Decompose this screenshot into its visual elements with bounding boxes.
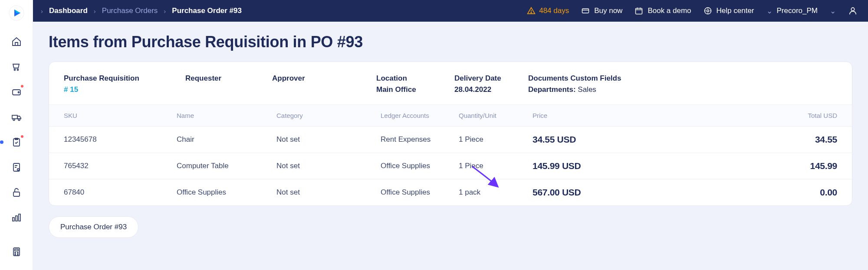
table-row: 12345678 Chair Not set Rent Expenses 1 P…: [49, 126, 852, 153]
cell-name: Office Supplies: [177, 188, 276, 197]
receipt-icon: [11, 162, 22, 172]
wallet-icon: [11, 87, 22, 97]
cell-ledger: Office Supplies: [381, 188, 459, 197]
cell-ledger: Office Supplies: [381, 162, 459, 170]
app-logo[interactable]: [8, 4, 25, 22]
summary-requester: Requester: [185, 74, 272, 94]
calendar-icon: [635, 7, 643, 15]
summary-label: Location: [376, 74, 454, 83]
cell-total: 145.99: [772, 161, 837, 171]
nav-cart[interactable]: [8, 58, 25, 75]
breadcrumb-purchase-orders[interactable]: Purchase Orders: [102, 7, 158, 15]
chevron-down-icon: ⌄: [766, 7, 773, 16]
nav-budgets[interactable]: [8, 184, 25, 201]
cart-icon: [11, 62, 22, 72]
trial-days-text: 484 days: [539, 7, 569, 15]
chevron-right-icon: ›: [94, 7, 96, 15]
nav-calculator[interactable]: [8, 243, 25, 260]
cell-name: Computer Table: [177, 162, 276, 170]
nav-receipts[interactable]: [8, 159, 25, 176]
nav-reports[interactable]: [8, 209, 25, 226]
summary-value: Departments: Sales: [528, 85, 837, 94]
lock-open-icon: [11, 187, 22, 198]
user-avatar-icon[interactable]: [848, 6, 858, 16]
svg-point-6: [13, 119, 15, 120]
svg-point-21: [531, 12, 532, 13]
chevron-down-icon[interactable]: ⌄: [830, 7, 836, 16]
table-row: 67840 Office Supplies Not set Office Sup…: [49, 179, 852, 205]
summary-label: Approver: [272, 74, 376, 83]
svg-rect-11: [13, 192, 20, 196]
th-name: Name: [177, 112, 276, 119]
nav-home[interactable]: [8, 33, 25, 50]
summary-label: Requester: [185, 74, 272, 83]
svg-rect-14: [19, 214, 20, 221]
summary-delivery-date: Delivery Date 28.04.2022: [454, 74, 528, 94]
breadcrumb-dashboard[interactable]: Dashboard: [49, 7, 88, 15]
svg-point-10: [17, 169, 19, 170]
page-content: Items from Purchase Requisition in PO #9…: [33, 22, 868, 238]
custom-field-key: Departments:: [528, 85, 576, 94]
nav-orders[interactable]: [8, 133, 25, 151]
help-center-button[interactable]: Help center: [704, 7, 754, 15]
summary-label: Documents Custom Fields: [528, 74, 837, 83]
svg-rect-13: [16, 216, 17, 221]
chevron-right-icon: ›: [164, 7, 166, 15]
th-sku: SKU: [64, 112, 177, 119]
po-chip-link[interactable]: Purchase Order #93: [49, 216, 138, 238]
cell-category: Not set: [276, 162, 381, 170]
svg-point-4: [18, 92, 19, 93]
svg-rect-5: [12, 115, 17, 119]
company-name: Precoro_PM: [777, 7, 818, 15]
cell-price: 567.00 USD: [533, 187, 772, 198]
breadcrumb-current: Purchase Order #93: [172, 7, 242, 15]
book-demo-button[interactable]: Book a demo: [635, 7, 691, 15]
cell-category: Not set: [276, 188, 381, 197]
cell-qty: 1 Piece: [459, 135, 533, 144]
purchase-requisition-link[interactable]: # 15: [64, 85, 185, 94]
svg-point-20: [17, 254, 18, 255]
cell-total: 0.00: [772, 187, 837, 198]
th-ledger: Ledger Accounts: [381, 112, 459, 119]
cell-category: Not set: [276, 135, 381, 144]
nav-suppliers[interactable]: [8, 108, 25, 126]
svg-point-1: [14, 69, 15, 71]
svg-point-2: [17, 69, 18, 71]
chart-icon: [11, 212, 22, 223]
cell-name: Chair: [177, 135, 276, 144]
nav-wallet[interactable]: [8, 83, 25, 101]
buy-now-button[interactable]: Buy now: [581, 7, 622, 15]
table-header: SKU Name Category Ledger Accounts Quanti…: [49, 104, 852, 126]
summary-label: Purchase Requisition: [64, 74, 185, 83]
trial-days-warning[interactable]: 484 days: [527, 7, 569, 15]
cell-total: 34.55: [772, 134, 837, 145]
summary-purchase-requisition: Purchase Requisition # 15: [64, 74, 185, 94]
summary-location: Location Main Office: [376, 74, 454, 94]
chevron-right-icon: ›: [41, 7, 43, 15]
th-category: Category: [276, 112, 381, 119]
company-selector[interactable]: ⌄ Precoro_PM: [766, 7, 818, 16]
custom-field-value: Sales: [578, 85, 596, 94]
calculator-icon: [11, 247, 22, 257]
cell-price: 34.55 USD: [533, 134, 772, 145]
svg-point-7: [18, 119, 20, 120]
th-price: Price: [533, 112, 772, 119]
svg-rect-16: [15, 249, 18, 251]
cell-price: 145.99 USD: [533, 161, 772, 171]
notification-dot: [20, 84, 24, 88]
breadcrumbs: › Dashboard › Purchase Orders › Purchase…: [41, 7, 242, 15]
help-icon: [704, 7, 712, 15]
notification-dot: [20, 134, 24, 139]
book-demo-label: Book a demo: [648, 7, 691, 15]
summary-value: 28.04.2022: [454, 85, 528, 94]
svg-point-25: [707, 10, 709, 12]
pr-items-card: Purchase Requisition # 15 Requester Appr…: [49, 62, 852, 206]
svg-point-19: [15, 254, 16, 255]
summary-row: Purchase Requisition # 15 Requester Appr…: [49, 62, 852, 104]
cell-qty: 1 pack: [459, 188, 533, 197]
summary-approver: Approver: [272, 74, 376, 94]
th-total: Total USD: [772, 112, 837, 119]
topbar: › Dashboard › Purchase Orders › Purchase…: [33, 0, 868, 22]
svg-rect-12: [13, 218, 14, 221]
svg-point-26: [851, 8, 854, 11]
